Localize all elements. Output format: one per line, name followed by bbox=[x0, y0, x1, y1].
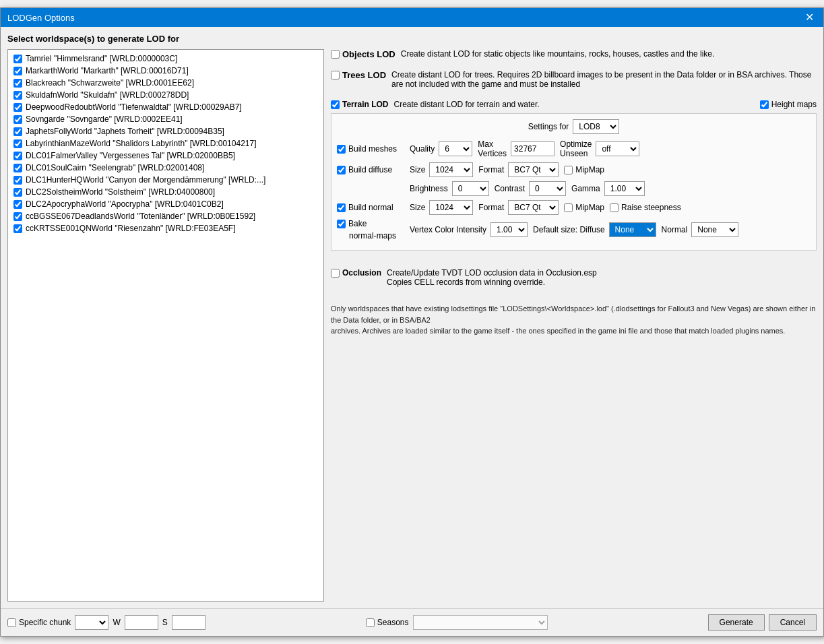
seasons-label[interactable]: Seasons bbox=[366, 618, 409, 627]
bottom-bar: Specific chunk W S Seasons Generate Canc… bbox=[1, 608, 823, 636]
vertex-color-select[interactable]: 1.000.751.25 bbox=[490, 222, 528, 237]
worldspace-checkbox[interactable] bbox=[13, 164, 22, 172]
build-diffuse-label[interactable]: Build diffuse bbox=[337, 165, 404, 174]
bake-label[interactable]: Bake normal-maps bbox=[337, 219, 404, 240]
worldspace-checkbox[interactable] bbox=[13, 127, 22, 136]
trees-lod-title: Trees LOD bbox=[342, 70, 386, 80]
height-maps-label[interactable]: Height maps bbox=[760, 100, 817, 109]
worldspace-checkbox[interactable] bbox=[13, 103, 22, 112]
trees-lod-header: Trees LOD Create distant LOD for trees. … bbox=[331, 70, 817, 89]
optimize-select[interactable]: offonaggressive bbox=[596, 141, 639, 156]
worldspace-label: LabyrinthianMazeWorld "Shalidors Labyrin… bbox=[26, 139, 256, 148]
close-button[interactable]: ✕ bbox=[802, 12, 817, 23]
max-vertices-input[interactable] bbox=[511, 141, 554, 156]
worldspace-checkbox[interactable] bbox=[13, 67, 22, 75]
seasons-select[interactable] bbox=[413, 615, 548, 630]
worldspace-item: ccBGSSE067DeadlandsWorld "Totenländer" [… bbox=[11, 210, 321, 222]
worldspace-checkbox[interactable] bbox=[13, 115, 22, 124]
build-meshes-label[interactable]: Build meshes bbox=[337, 144, 404, 154]
worldspace-checkbox[interactable] bbox=[13, 152, 22, 160]
worldspace-item: DeepwoodRedoubtWorld "Tiefenwaldtal" [WR… bbox=[11, 101, 321, 113]
quality-label: Quality bbox=[410, 144, 435, 154]
objects-lod-title: Objects LOD bbox=[342, 49, 395, 59]
normal-mipmap-checkbox[interactable] bbox=[564, 203, 573, 212]
specific-chunk-text: Specific chunk bbox=[19, 618, 71, 627]
worldspace-item: Blackreach "Schwarzweite" [WRLD:0001EE62… bbox=[11, 77, 321, 89]
normal-mipmap-label[interactable]: MipMap bbox=[564, 203, 604, 212]
contrast-select[interactable]: 01-1 bbox=[529, 181, 566, 196]
raise-steepness-checkbox[interactable] bbox=[610, 203, 619, 212]
worldspace-label: SkuldafnWorld "Skuldafn" [WRLD:000278DD] bbox=[26, 90, 189, 100]
terrain-lod-desc: Create distant LOD for terrain and water… bbox=[393, 100, 539, 109]
info-line2: archives. Archives are loaded similar to… bbox=[331, 325, 817, 337]
contrast-label: Contrast bbox=[495, 184, 525, 193]
build-diffuse-checkbox[interactable] bbox=[337, 166, 346, 174]
w-input[interactable] bbox=[125, 615, 158, 630]
diffuse-size-select[interactable]: 512102420484096 bbox=[429, 162, 473, 177]
specific-chunk-checkbox[interactable] bbox=[7, 618, 16, 627]
bake-checkbox[interactable] bbox=[337, 220, 346, 228]
raise-steepness-label[interactable]: Raise steepness bbox=[610, 203, 681, 212]
terrain-lod-header-row: Terrain LOD Create distant LOD for terra… bbox=[331, 100, 817, 109]
brightness-label: Brightness bbox=[410, 184, 448, 193]
s-input[interactable] bbox=[172, 615, 205, 630]
objects-lod-label[interactable]: Objects LOD bbox=[331, 49, 395, 59]
diffuse-mipmap-label[interactable]: MipMap bbox=[564, 165, 604, 174]
worldspace-item: DLC01SoulCairn "Seelengrab" [WRLD:020014… bbox=[11, 162, 321, 174]
diffuse-size-label: Size bbox=[410, 165, 425, 174]
build-normal-row: Build normal Size 512102420484096 Format bbox=[337, 200, 811, 215]
build-meshes-checkbox[interactable] bbox=[337, 145, 346, 154]
height-maps-checkbox[interactable] bbox=[760, 100, 769, 109]
max-vertices-group: MaxVertices bbox=[478, 139, 554, 158]
brightness-select[interactable]: 01-1 bbox=[452, 181, 489, 196]
default-size-label: Default size: Diffuse bbox=[533, 225, 605, 234]
occlusion-checkbox[interactable] bbox=[331, 269, 340, 278]
normal-default-select[interactable]: None51210242048 bbox=[691, 222, 738, 237]
normal-format-select[interactable]: BC1BC3BC7 QtBC7 bbox=[508, 200, 559, 215]
specific-chunk-label[interactable]: Specific chunk bbox=[7, 618, 71, 627]
worldspace-item: LabyrinthianMazeWorld "Shalidors Labyrin… bbox=[11, 137, 321, 150]
terrain-lod-label[interactable]: Terrain LOD bbox=[331, 100, 388, 109]
objects-lod-checkbox[interactable] bbox=[331, 50, 340, 59]
cancel-button[interactable]: Cancel bbox=[769, 614, 817, 631]
normal-default-label: Normal bbox=[662, 225, 688, 234]
specific-chunk-dropdown[interactable] bbox=[75, 615, 108, 630]
worldspace-checkbox[interactable] bbox=[13, 139, 22, 148]
diffuse-mipmap-checkbox[interactable] bbox=[564, 166, 573, 174]
seasons-checkbox[interactable] bbox=[366, 618, 375, 627]
terrain-lod-title: Terrain LOD bbox=[342, 100, 388, 109]
info-line1: Only worldspaces that have existing lods… bbox=[331, 303, 817, 325]
worldspace-checkbox[interactable] bbox=[13, 200, 22, 209]
occlusion-label[interactable]: Occlusion bbox=[331, 268, 381, 278]
quality-select[interactable]: 246810 bbox=[439, 141, 472, 156]
normal-size-group: Size 512102420484096 bbox=[410, 200, 473, 215]
worldspace-label: ccKRTSSE001QNWorld "Riesenzahn" [WRLD:FE… bbox=[26, 224, 236, 233]
terrain-lod-left: Terrain LOD Create distant LOD for terra… bbox=[331, 100, 540, 109]
optimize-label: OptimizeUnseen bbox=[560, 139, 592, 158]
worldspace-item: SkuldafnWorld "Skuldafn" [WRLD:000278DD] bbox=[11, 89, 321, 101]
normal-size-select[interactable]: 512102420484096 bbox=[429, 200, 473, 215]
worldspace-checkbox[interactable] bbox=[13, 224, 22, 233]
build-normal-checkbox[interactable] bbox=[337, 203, 346, 212]
trees-lod-checkbox[interactable] bbox=[331, 71, 340, 79]
diffuse-default-select[interactable]: None51210242048 bbox=[609, 222, 656, 237]
settings-for-select[interactable]: LOD4 LOD8 LOD16 LOD32 bbox=[573, 119, 619, 134]
worldspace-checkbox[interactable] bbox=[13, 176, 22, 185]
worldspace-checkbox[interactable] bbox=[13, 91, 22, 100]
worldspace-checkbox[interactable] bbox=[13, 212, 22, 221]
gamma-label: Gamma bbox=[571, 184, 600, 193]
terrain-lod-checkbox[interactable] bbox=[331, 100, 340, 109]
normal-mipmap-text: MipMap bbox=[575, 203, 604, 212]
build-normal-label[interactable]: Build normal bbox=[337, 203, 404, 212]
diffuse-format-select[interactable]: BC1BC3BC7 QtBC7 bbox=[508, 162, 559, 177]
trees-lod-label[interactable]: Trees LOD bbox=[331, 70, 386, 80]
generate-button[interactable]: Generate bbox=[708, 614, 765, 631]
section-title: Select worldspace(s) to generate LOD for bbox=[7, 34, 817, 44]
worldspace-checkbox[interactable] bbox=[13, 188, 22, 197]
quality-group: Quality 246810 bbox=[410, 141, 472, 156]
worldspace-checkbox[interactable] bbox=[13, 55, 22, 63]
gamma-select[interactable]: 0.751.001.251.50 bbox=[604, 181, 645, 196]
worldspace-item: DLC1HunterHQWorld "Canyon der Morgendämm… bbox=[11, 174, 321, 186]
bake-row: Bake normal-maps Vertex Color Intensity … bbox=[337, 219, 811, 240]
worldspace-checkbox[interactable] bbox=[13, 79, 22, 88]
